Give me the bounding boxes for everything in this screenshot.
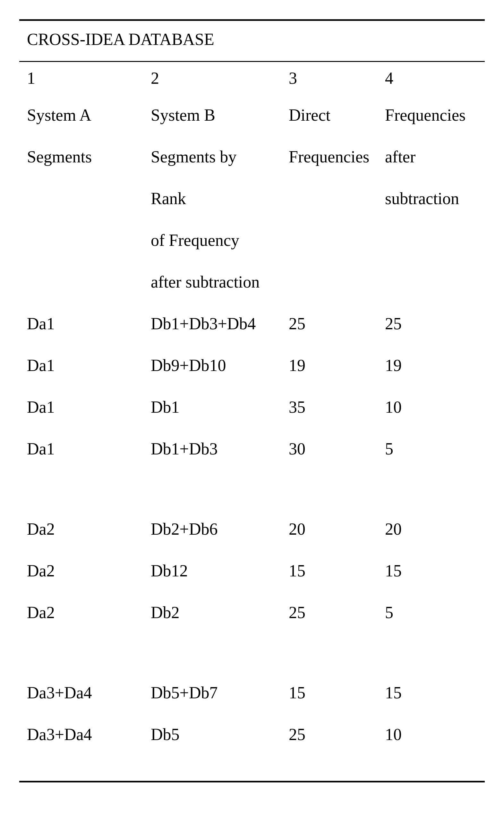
row-group-gap [19, 470, 485, 508]
col1-label-l2: Segments [19, 136, 151, 177]
col-number-2: 2 [151, 62, 286, 94]
table-cell: Db1+Db3 [151, 428, 286, 470]
table-cell: Db12 [151, 550, 286, 592]
table-cell: 25 [286, 592, 385, 633]
col4-label-l5 [385, 261, 485, 303]
col4-label-l2: after [385, 136, 485, 177]
col1-label-l5 [19, 261, 151, 303]
table-cell: 10 [385, 386, 485, 428]
col1-label-l3 [19, 177, 151, 219]
col4-label-l3: subtraction [385, 177, 485, 219]
table-cell: Da2 [19, 550, 151, 592]
col4-label-l1: Frequencies [385, 94, 485, 136]
table-cell: 20 [385, 508, 485, 550]
data-table: CROSS-IDEA DATABASE 1 2 3 4 System A Sys… [19, 19, 485, 782]
col-number-1: 1 [19, 62, 151, 94]
table-cell: 30 [286, 428, 385, 470]
table-cell: Da3+Da4 [19, 672, 151, 713]
table-cell: 5 [385, 592, 485, 633]
col3-label-l2: Frequencies [286, 136, 385, 177]
col2-label-l4: of Frequency [151, 219, 286, 261]
table-cell: 35 [286, 386, 385, 428]
table-cell: Da3+Da4 [19, 713, 151, 755]
table-cell: 15 [385, 672, 485, 713]
col-number-4: 4 [385, 62, 485, 94]
col3-label-l5 [286, 261, 385, 303]
table-cell: 25 [286, 303, 385, 344]
table-cell: 5 [385, 428, 485, 470]
table-cell: 25 [286, 713, 385, 755]
table-cell: 10 [385, 713, 485, 755]
table-cell: Da1 [19, 386, 151, 428]
table-cell: Da1 [19, 303, 151, 344]
col2-label-l2: Segments by [151, 136, 286, 177]
col2-label-l3: Rank [151, 177, 286, 219]
table-cell: Db1 [151, 386, 286, 428]
table-cell: Da1 [19, 428, 151, 470]
table-cell: Db5 [151, 713, 286, 755]
table-cell: Db1+Db3+Db4 [151, 303, 286, 344]
table-cell: Db5+Db7 [151, 672, 286, 713]
col2-label-l5: after subtraction [151, 261, 286, 303]
table-cell: 19 [286, 344, 385, 386]
table-cell: Da2 [19, 508, 151, 550]
col1-label-l4 [19, 219, 151, 261]
table-cell: Db2 [151, 592, 286, 633]
table-cell: 25 [385, 303, 485, 344]
table-cell: Db9+Db10 [151, 344, 286, 386]
col2-label-l1: System B [151, 94, 286, 136]
table-cell: 15 [385, 550, 485, 592]
table-cell: Da1 [19, 344, 151, 386]
col4-label-l4 [385, 219, 485, 261]
col3-label-l4 [286, 219, 385, 261]
table-cell: 20 [286, 508, 385, 550]
table-title: CROSS-IDEA DATABASE [19, 21, 485, 61]
table-cell: Da2 [19, 592, 151, 633]
table-grid: 1 2 3 4 System A System B Direct Frequen… [19, 62, 485, 755]
col-number-3: 3 [286, 62, 385, 94]
table-cell: Db2+Db6 [151, 508, 286, 550]
table-cell: 15 [286, 672, 385, 713]
table-cell: 19 [385, 344, 485, 386]
col1-label-l1: System A [19, 94, 151, 136]
table-cell: 15 [286, 550, 385, 592]
col3-label-l1: Direct [286, 94, 385, 136]
row-group-gap [19, 633, 485, 672]
col3-label-l3 [286, 177, 385, 219]
